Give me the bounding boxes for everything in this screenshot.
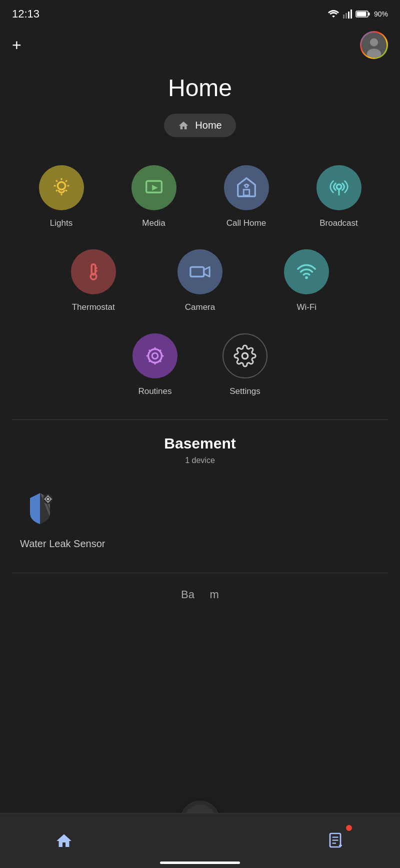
next-section-hint: Ba m (0, 588, 400, 601)
svg-point-47 (47, 498, 50, 501)
home-chip-icon (178, 120, 189, 131)
svg-rect-1 (346, 13, 347, 19)
bottom-nav (0, 813, 400, 868)
svg-line-15 (56, 180, 58, 182)
device-name: Water Leak Sensor (20, 538, 380, 550)
home-chip[interactable]: Home (164, 114, 236, 137)
battery-icon (356, 10, 370, 18)
signal-icon (343, 10, 352, 19)
svg-line-17 (66, 180, 67, 182)
nav-home-icon (55, 832, 73, 850)
divider-2 (12, 573, 388, 573)
lights-label: Lights (50, 218, 72, 228)
page-title: Home (0, 74, 400, 102)
routines-label: Routines (138, 386, 172, 396)
home-indicator (160, 861, 240, 864)
svg-rect-6 (356, 12, 366, 17)
thermostat-label: Thermostat (72, 302, 115, 312)
home-chip-container: Home (0, 114, 400, 137)
svg-rect-0 (343, 15, 344, 19)
nav-home-button[interactable] (50, 827, 78, 855)
camera-circle (178, 249, 222, 294)
svg-point-23 (336, 184, 342, 189)
svg-rect-3 (350, 10, 352, 19)
broadcast-label: Broadcast (320, 218, 358, 228)
add-button[interactable]: + (12, 37, 22, 53)
settings-icon-item[interactable]: Settings (200, 325, 290, 404)
wifi-label: Wi-Fi (296, 302, 316, 312)
wifi-icon (295, 260, 318, 283)
settings-icon (234, 344, 256, 367)
lights-icon-item[interactable]: Lights (15, 157, 108, 236)
svg-point-8 (370, 39, 378, 47)
row2-icons: Thermostat Camera Wi-Fi (0, 241, 400, 320)
thermostat-icon (82, 260, 105, 283)
status-bar: 12:13 90% (0, 0, 400, 26)
call-home-icon-item[interactable]: Call Home (200, 157, 292, 236)
svg-line-37 (149, 350, 150, 351)
svg-line-39 (160, 350, 161, 351)
lights-icon (50, 176, 73, 199)
status-icons: 90% (328, 10, 388, 19)
media-icon-item[interactable]: Media (108, 157, 200, 236)
svg-line-38 (160, 360, 161, 362)
basement-subtitle: 1 device (0, 456, 400, 465)
svg-line-16 (66, 190, 67, 191)
svg-line-18 (56, 190, 58, 191)
avatar[interactable] (360, 31, 388, 59)
home-chip-label: Home (195, 120, 222, 131)
routines-icon (144, 344, 166, 367)
camera-icon-item[interactable]: Camera (146, 241, 253, 320)
thermostat-circle (71, 249, 116, 294)
svg-rect-29 (190, 267, 204, 276)
divider-1 (12, 419, 388, 420)
notification-badge-dot (346, 825, 352, 831)
svg-rect-2 (348, 12, 350, 19)
nav-notes-icon (327, 832, 345, 850)
svg-marker-20 (152, 185, 158, 191)
call-home-icon (235, 176, 258, 199)
basement-title: Basement (0, 435, 400, 452)
routines-circle (132, 333, 178, 378)
status-time: 12:13 (12, 8, 40, 21)
media-label: Media (142, 218, 165, 228)
row3-icons: Routines Settings (0, 325, 400, 404)
camera-icon (188, 260, 212, 283)
svg-point-26 (90, 274, 96, 280)
svg-rect-5 (368, 13, 370, 16)
settings-label: Settings (230, 386, 260, 396)
settings-circle (222, 333, 268, 378)
top-bar: + (0, 26, 400, 64)
camera-label: Camera (185, 302, 215, 312)
row1-icons: Lights Media Call Home (0, 157, 400, 236)
svg-point-41 (242, 353, 248, 359)
wifi-icon-item[interactable]: Wi-Fi (254, 241, 360, 320)
svg-rect-21 (244, 190, 250, 196)
svg-point-31 (148, 349, 162, 363)
call-home-circle (224, 165, 269, 210)
nav-notes-button[interactable] (322, 827, 350, 855)
routines-icon-item[interactable]: Routines (110, 325, 200, 404)
broadcast-circle (316, 165, 362, 210)
wifi-circle (284, 249, 329, 294)
broadcast-icon (328, 176, 350, 199)
battery-percentage: 90% (374, 10, 388, 18)
water-leak-sensor-card[interactable]: Water Leak Sensor (0, 480, 400, 558)
wifi-status-icon (328, 10, 339, 19)
media-circle (132, 165, 176, 210)
device-icon-wrapper (20, 488, 60, 528)
thermostat-icon-item[interactable]: Thermostat (40, 241, 146, 320)
media-icon (142, 176, 166, 199)
water-leak-sensor-icon (20, 488, 60, 528)
svg-point-32 (152, 353, 158, 359)
svg-line-40 (149, 360, 150, 362)
lights-circle (39, 165, 84, 210)
svg-point-10 (58, 182, 65, 190)
call-home-label: Call Home (226, 218, 266, 228)
svg-point-30 (305, 276, 308, 279)
broadcast-icon-item[interactable]: Broadcast (292, 157, 385, 236)
